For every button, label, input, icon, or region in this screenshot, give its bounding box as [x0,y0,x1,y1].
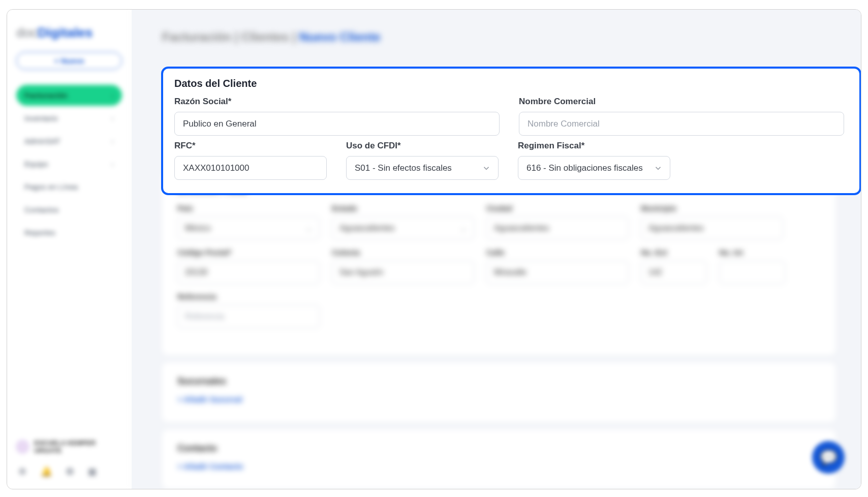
estado-value: Aguascalientes [339,224,395,233]
noint-label: No. Int [719,248,785,257]
breadcrumb-current: Nuevo Cliente [299,30,381,44]
regimen-fiscal-value: 616 - Sin obligaciones fiscales [526,163,643,173]
sucursales-title: Sucursales [177,376,820,387]
razon-social-label: Razón Social* [174,97,500,107]
grid-icon[interactable]: ▦ [88,466,97,477]
sidebar-item-label: Facturación [24,91,68,100]
calle-input[interactable]: Miravalle [486,261,629,284]
user-name: ESCUELA KEMPER URGATE [34,439,122,455]
chevron-down-icon: ⌄ [306,224,312,232]
sidebar-item-label: Equipo [24,160,48,168]
sidebar-item-label: Pagos en Línea [24,182,78,191]
logo-part1: doc [16,25,38,40]
cp-label: Código Postal* [177,248,320,257]
pais-value: México [185,224,211,233]
bell-icon[interactable]: 🔔 [41,466,52,477]
municipio-label: Municipio [641,204,783,212]
estado-label: Estado [332,204,474,212]
ciudad-value: Aguascalientes [494,224,549,233]
cp-input[interactable]: 20130 [177,261,320,284]
razon-social-input[interactable]: Publico en General [174,112,500,136]
colonia-label: Colonia [332,248,474,257]
sidebar-item-label: Reportes [24,228,55,237]
contacto-title: Contacto [177,443,820,454]
uso-cfdi-select[interactable]: S01 - Sin efectos fiscales [346,156,499,180]
chevron-right-icon: › [111,114,114,122]
noext-value: 142 [648,268,662,277]
sidebar-item-facturacion[interactable]: Facturación › [16,85,122,106]
chevron-down-icon: ⌄ [460,224,467,232]
datos-cliente-card: Datos del Cliente Razón Social* Publico … [161,67,861,195]
settings-icon[interactable]: ⚙ [18,466,26,477]
regimen-fiscal-label: Regimen Fiscal* [518,141,670,151]
noext-input[interactable]: 142 [641,261,707,284]
colonia-input[interactable]: San Agustín [332,261,474,284]
sidebar-footer: ESCUELA KEMPER URGATE ⚙ 🔔 ❂ ▦ [16,436,122,481]
cp-value: 20130 [185,268,208,277]
noext-label: No. Ext [641,248,707,257]
chat-icon: 💬 [820,449,838,466]
chevron-right-icon: › [111,160,114,168]
rfc-value: XAXX010101000 [183,163,249,173]
pais-label: País [177,204,320,212]
add-contacto-button[interactable]: + Añadir Contacto [177,462,820,471]
address-card: Dirección Fiscal País México⌄ Estado Agu… [162,172,835,355]
sidebar-item-contactos[interactable]: Contactos [16,199,122,220]
calle-value: Miravalle [494,268,526,277]
nombre-comercial-label: Nombre Comercial [519,97,844,107]
chat-fab[interactable]: 💬 [812,441,845,474]
sidebar-item-label: AdminSAT [24,137,60,145]
sidebar-item-inventario[interactable]: Inventario › [16,108,122,129]
sidebar-nav: Facturación › Inventario › AdminSAT › Eq… [16,85,122,243]
rfc-label: RFC* [174,141,327,151]
datos-cliente-title: Datos del Cliente [174,78,848,89]
breadcrumb-facturacion[interactable]: Facturación [162,30,231,44]
app-logo: docDigitales [16,25,122,41]
sidebar-item-label: Contactos [24,205,59,214]
razon-social-value: Publico en General [183,119,257,129]
contacto-card: Contacto + Añadir Contacto [162,430,835,489]
chevron-right-icon: › [111,91,114,100]
sucursales-card: Sucursales + Añadir Sucursal [162,363,835,422]
current-user[interactable]: ESCUELA KEMPER URGATE [16,436,122,462]
sidebar-bottom-icons: ⚙ 🔔 ❂ ▦ [16,462,122,481]
sidebar-item-label: Inventario [24,114,58,122]
chevron-right-icon: › [111,137,114,145]
municipio-value: Aguascalientes [648,224,704,233]
uso-cfdi-label: Uso de CFDI* [346,141,499,151]
breadcrumb-clientes[interactable]: Clientes [241,30,289,44]
chevron-down-icon [482,164,491,173]
sidebar-item-equipo[interactable]: Equipo › [16,153,122,174]
nombre-comercial-input[interactable]: Nombre Comercial [519,112,844,136]
colonia-value: San Agustín [339,268,383,277]
logo-part2: Digitales [38,25,92,40]
rfc-input[interactable]: XAXX010101000 [174,156,327,180]
add-sucursal-button[interactable]: + Añadir Sucursal [177,395,820,403]
pais-select[interactable]: México⌄ [177,216,320,240]
calle-label: Calle [486,248,629,257]
help-icon[interactable]: ❂ [66,466,74,477]
referencia-label: Referencia [177,292,320,301]
referencia-input[interactable]: Referencia [177,305,320,328]
chevron-down-icon [654,164,663,173]
uso-cfdi-value: S01 - Sin efectos fiscales [355,163,452,173]
referencia-placeholder: Referencia [185,312,224,321]
nombre-comercial-placeholder: Nombre Comercial [528,119,600,129]
new-button[interactable]: + Nuevo [16,52,122,70]
avatar [16,440,29,453]
sidebar-item-pagos[interactable]: Pagos en Línea [16,176,122,197]
municipio-input[interactable]: Aguascalientes [641,216,783,240]
breadcrumb: Facturación | Clientes | Nuevo Cliente [162,30,835,44]
window-top-strip [0,0,117,3]
ciudad-input[interactable]: Aguascalientes [486,216,629,240]
ciudad-label: Ciudad [486,204,629,212]
regimen-fiscal-select[interactable]: 616 - Sin obligaciones fiscales [518,156,670,180]
app-frame: docDigitales + Nuevo Facturación › Inven… [7,9,861,489]
sidebar-item-reportes[interactable]: Reportes [16,222,122,243]
estado-select[interactable]: Aguascalientes⌄ [332,216,474,240]
noint-input[interactable] [719,261,785,284]
sidebar: docDigitales + Nuevo Facturación › Inven… [7,10,132,489]
sidebar-item-adminsat[interactable]: AdminSAT › [16,131,122,151]
